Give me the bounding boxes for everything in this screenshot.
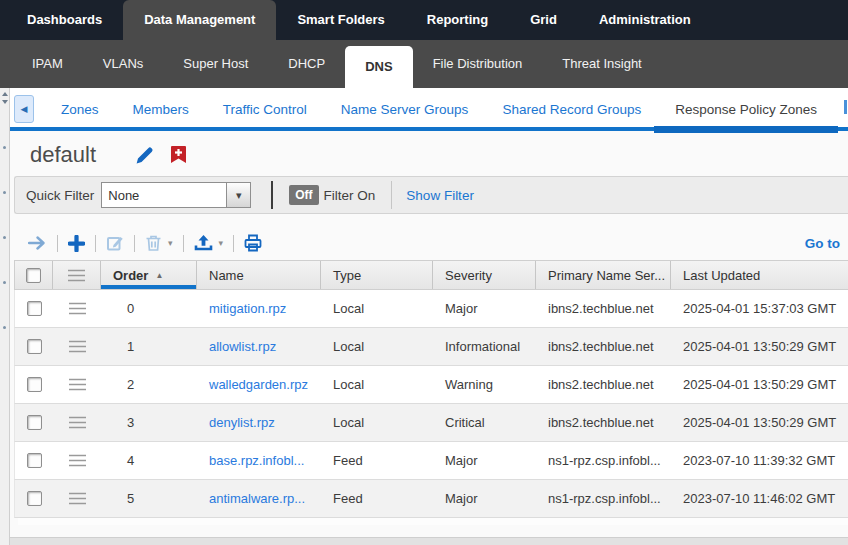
select-all-checkbox[interactable]	[26, 268, 41, 283]
tab-scroll-left-button[interactable]: ◀	[14, 95, 34, 123]
collapsed-side-panel-handle[interactable]	[0, 88, 10, 545]
cell-type: Local	[321, 415, 433, 430]
nav-grid[interactable]: Grid	[509, 0, 578, 40]
tab-traffic-control[interactable]: Traffic Control	[206, 90, 324, 129]
cell-order: 0	[101, 301, 197, 316]
nav-smart-folders[interactable]: Smart Folders	[276, 0, 405, 40]
row-checkbox[interactable]	[27, 339, 42, 354]
quick-filter-dropdown[interactable]: None ▾	[101, 182, 251, 208]
row-menu-icon[interactable]	[68, 492, 87, 505]
zone-name-link[interactable]: mitigation.rpz	[209, 301, 286, 316]
add-bookmark-icon[interactable]	[171, 146, 186, 164]
row-checkbox[interactable]	[27, 301, 42, 316]
table-row[interactable]: 1 allowlist.rpz Local Informational ibns…	[14, 328, 848, 366]
zone-name-link[interactable]: denylist.rpz	[209, 415, 275, 430]
divider	[391, 181, 392, 209]
row-checkbox[interactable]	[27, 377, 42, 392]
cell-type: Local	[321, 339, 433, 354]
dns-tab-strip: ◀ Zones Members Traffic Control Name Ser…	[10, 88, 848, 131]
column-header-primary[interactable]: Primary Name Ser...	[536, 261, 671, 289]
cell-primary: ibns2.techblue.net	[536, 339, 671, 354]
row-menu-icon[interactable]	[68, 454, 87, 467]
cell-type: Feed	[321, 491, 433, 506]
drag-dot	[3, 326, 6, 329]
cell-severity: Major	[433, 301, 536, 316]
delete-caret-icon[interactable]: ▾	[168, 238, 173, 248]
table-row[interactable]: 5 antimalware.rp... Feed Major ns1-rpz.c…	[14, 480, 848, 518]
subnav-threat-insight[interactable]: Threat Insight	[542, 40, 662, 88]
cell-last-updated: 2025-04-01 13:50:29 GMT	[671, 377, 848, 392]
column-header-name[interactable]: Name	[197, 261, 321, 289]
zone-name-link[interactable]: walledgarden.rpz	[209, 377, 308, 392]
subnav-ipam[interactable]: IPAM	[12, 40, 83, 88]
dropdown-chevron-icon[interactable]: ▾	[227, 182, 251, 208]
panel-expand-up-icon	[2, 92, 8, 96]
subnav-dhcp[interactable]: DHCP	[268, 40, 345, 88]
tab-shared-record-groups[interactable]: Shared Record Groups	[485, 90, 658, 129]
nav-administration[interactable]: Administration	[578, 0, 712, 40]
column-header-last-updated[interactable]: Last Updated	[671, 261, 848, 289]
subnav-vlans[interactable]: VLANs	[83, 40, 163, 88]
cell-order: 3	[101, 415, 197, 430]
edit-icon[interactable]	[106, 234, 124, 252]
cell-severity: Warning	[433, 377, 536, 392]
quick-filter-label: Quick Filter	[26, 188, 94, 203]
tab-name-server-groups[interactable]: Name Server Groups	[324, 90, 486, 129]
table-row[interactable]: 2 walledgarden.rpz Local Warning ibns2.t…	[14, 366, 848, 404]
zone-name-link[interactable]: antimalware.rp...	[209, 491, 305, 506]
cell-primary: ibns2.techblue.net	[536, 415, 671, 430]
go-arrow-icon[interactable]	[28, 235, 47, 251]
bottom-scroll-strip[interactable]	[10, 537, 848, 545]
nav-data-management[interactable]: Data Management	[123, 0, 276, 40]
table-bottom-gap	[18, 518, 848, 525]
subnav-dns[interactable]: DNS	[345, 46, 412, 88]
toolbar-divider	[134, 235, 135, 252]
zone-name-link[interactable]: base.rpz.infobl...	[209, 453, 304, 468]
drag-dot	[3, 281, 6, 284]
sort-asc-icon: ▲	[155, 271, 163, 280]
row-menu-icon[interactable]	[68, 416, 87, 429]
row-menu-icon[interactable]	[68, 302, 87, 315]
nav-dashboards[interactable]: Dashboards	[6, 0, 123, 40]
filter-toggle-badge[interactable]: Off	[289, 185, 318, 205]
table-row[interactable]: 0 mitigation.rpz Local Major ibns2.techb…	[14, 290, 848, 328]
cell-last-updated: 2025-04-01 13:50:29 GMT	[671, 415, 848, 430]
row-checkbox[interactable]	[27, 415, 42, 430]
nav-reporting[interactable]: Reporting	[406, 0, 509, 40]
go-to-link[interactable]: Go to	[805, 236, 840, 251]
column-header-severity[interactable]: Severity	[433, 261, 536, 289]
row-menu-icon[interactable]	[68, 378, 87, 391]
tab-zones[interactable]: Zones	[44, 90, 116, 129]
zone-name-link[interactable]: allowlist.rpz	[209, 339, 276, 354]
row-checkbox[interactable]	[27, 453, 42, 468]
tab-scroll-right-fragment[interactable]	[844, 100, 848, 114]
cell-primary: ns1-rpz.csp.infobl...	[536, 453, 671, 468]
header-menu-icon[interactable]	[67, 269, 86, 282]
grid-toolbar: ▾ ▾ Go to	[14, 226, 848, 260]
add-icon[interactable]	[68, 235, 85, 252]
page-title: default	[30, 142, 96, 168]
show-filter-link[interactable]: Show Filter	[406, 188, 474, 203]
divider	[271, 181, 273, 209]
table-row[interactable]: 4 base.rpz.infobl... Feed Major ns1-rpz.…	[14, 442, 848, 480]
sub-navigation: IPAM VLANs Super Host DHCP DNS File Dist…	[0, 40, 848, 88]
cell-type: Feed	[321, 453, 433, 468]
subnav-file-distribution[interactable]: File Distribution	[413, 40, 543, 88]
delete-icon[interactable]	[145, 234, 162, 252]
quick-filter-value[interactable]: None	[101, 182, 227, 208]
export-icon[interactable]	[194, 234, 213, 252]
export-caret-icon[interactable]: ▾	[219, 238, 224, 248]
column-label: Order	[113, 268, 148, 283]
row-menu-icon[interactable]	[68, 340, 87, 353]
edit-pencil-icon[interactable]	[134, 145, 155, 166]
column-header-type[interactable]: Type	[321, 261, 433, 289]
print-icon[interactable]	[244, 234, 262, 252]
drag-dot	[3, 236, 6, 239]
row-checkbox[interactable]	[27, 491, 42, 506]
tab-members[interactable]: Members	[116, 90, 206, 129]
subnav-super-host[interactable]: Super Host	[163, 40, 268, 88]
column-header-order[interactable]: Order▲	[101, 261, 197, 289]
table-row[interactable]: 3 denylist.rpz Local Critical ibns2.tech…	[14, 404, 848, 442]
tab-response-policy-zones[interactable]: Response Policy Zones	[658, 90, 834, 129]
filter-on-label: Filter On	[324, 188, 376, 203]
